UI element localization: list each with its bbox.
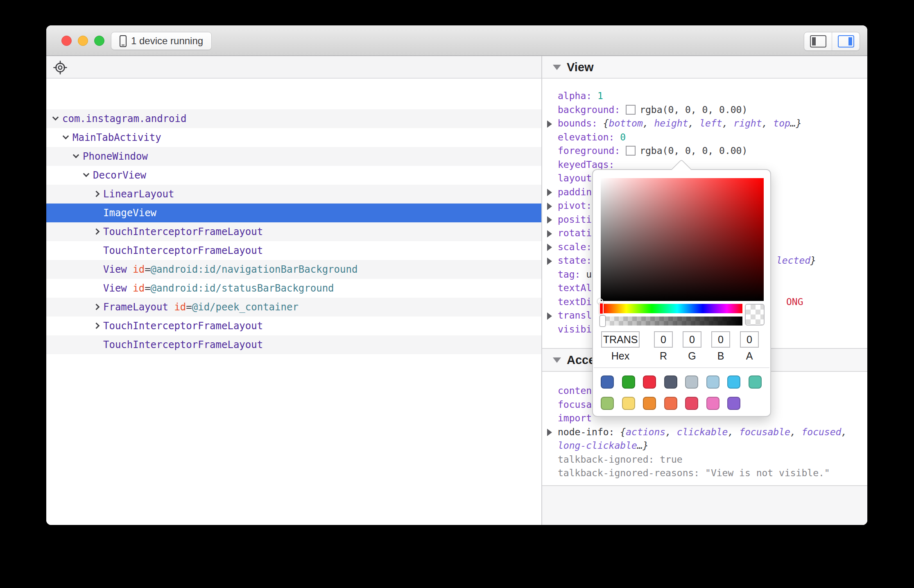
chevron-right-icon[interactable] (93, 323, 100, 329)
property-row[interactable]: node-info: {actions, clickable, focusabl… (542, 425, 867, 439)
property-text: 0 (620, 132, 626, 142)
palette-color-chip[interactable] (706, 397, 719, 410)
section-header-view[interactable]: View (542, 56, 867, 79)
palette-color-chip[interactable] (622, 375, 635, 389)
palette-color-chip[interactable] (601, 397, 614, 410)
disclosure-triangle-icon[interactable] (547, 244, 552, 251)
property-text: , (643, 118, 654, 129)
palette-color-chip[interactable] (727, 397, 740, 410)
section-disclosure-icon (553, 357, 561, 363)
id-attribute-value: @android:id/navigationBarBackground (151, 264, 358, 275)
blue-input[interactable]: 0 (711, 331, 730, 348)
palette-color-chip[interactable] (685, 375, 698, 389)
palette-color-chip[interactable] (749, 375, 762, 389)
chevron-right-icon[interactable] (93, 228, 100, 235)
palette-color-chip[interactable] (685, 397, 698, 410)
tree-item-TouchInterceptorFrameLayout[interactable]: TouchInterceptorFrameLayout (46, 335, 541, 354)
tree-item-label: View (103, 283, 127, 294)
property-text: layout (558, 173, 592, 183)
property-text: pivot: (558, 200, 592, 211)
chevron-down-icon[interactable] (83, 171, 90, 177)
tree-item-TouchInterceptorFrameLayout[interactable]: TouchInterceptorFrameLayout (46, 317, 541, 335)
left-sidebar-icon (810, 35, 826, 47)
id-equals: = (186, 301, 192, 313)
property-text: long-clickable (558, 440, 637, 451)
chevron-down-icon[interactable] (63, 133, 69, 140)
disclosure-triangle-icon[interactable] (547, 258, 552, 265)
color-swatch[interactable] (626, 105, 636, 115)
palette-color-chip[interactable] (622, 397, 635, 410)
target-crosshair-icon[interactable] (53, 60, 68, 75)
property-text: talkback-ignored-reasons: (558, 468, 705, 478)
property-text: { (620, 427, 626, 437)
property-text: , (841, 427, 847, 437)
palette-color-chip[interactable] (664, 375, 677, 389)
tree-item-com.instagram.android[interactable]: com.instagram.android (46, 109, 541, 128)
chevron-down-icon[interactable] (52, 114, 59, 121)
property-text: scale: (558, 242, 592, 252)
disclosure-triangle-icon[interactable] (547, 429, 552, 436)
property-row: talkback-ignored-reasons: "View is not v… (542, 466, 867, 480)
id-attribute-key: id (133, 264, 145, 275)
property-text: transl (558, 310, 592, 321)
disclosure-triangle-icon[interactable] (547, 312, 552, 320)
tree-item-TouchInterceptorFrameLayout[interactable]: TouchInterceptorFrameLayout (46, 222, 541, 241)
alpha-slider-handle[interactable] (600, 315, 606, 327)
chevron-right-icon[interactable] (93, 304, 100, 310)
palette-color-chip[interactable] (643, 375, 656, 389)
property-text: positi (558, 214, 592, 225)
property-text: left (699, 118, 722, 129)
tree-item-PhoneWindow[interactable]: PhoneWindow (46, 147, 541, 166)
property-text: conten (558, 385, 592, 396)
property-text: talkback-ignored: (558, 454, 660, 465)
disclosure-triangle-icon[interactable] (547, 230, 552, 237)
property-text: height (654, 118, 688, 129)
property-text: background: (558, 104, 626, 115)
tree-item-View[interactable]: View id=@android:id/statusBarBackground (46, 279, 541, 298)
id-attribute-value: @android:id/statusBarBackground (151, 283, 334, 294)
minimize-button[interactable] (78, 36, 88, 46)
disclosure-triangle-icon[interactable] (547, 216, 552, 224)
zoom-button[interactable] (94, 36, 104, 46)
tree-item-TouchInterceptorFrameLayout[interactable]: TouchInterceptorFrameLayout (46, 241, 541, 260)
green-input[interactable]: 0 (683, 331, 701, 348)
app-window: 1 device running (46, 25, 867, 525)
palette-color-chip[interactable] (643, 397, 656, 410)
hex-input[interactable]: TRANS (601, 331, 640, 348)
property-text: rgba(0, 0, 0, 0.00) (640, 145, 747, 156)
device-status-button[interactable]: 1 device running (111, 32, 212, 50)
chevron-down-icon[interactable] (73, 152, 79, 158)
close-button[interactable] (61, 36, 72, 46)
saturation-value-gradient[interactable] (601, 178, 764, 301)
hue-slider-handle[interactable] (599, 303, 604, 314)
disclosure-triangle-icon[interactable] (547, 189, 552, 196)
palette-color-chip[interactable] (601, 375, 614, 389)
property-text: textDi (558, 296, 592, 307)
chevron-right-icon[interactable] (93, 191, 100, 197)
tree-item-DecorView[interactable]: DecorView (46, 166, 541, 185)
tree-item-FrameLayout[interactable]: FrameLayout id=@id/peek_container (46, 298, 541, 317)
tree-item-MainTabActivity[interactable]: MainTabActivity (46, 128, 541, 147)
palette-color-chip[interactable] (706, 375, 719, 389)
tree-item-label: TouchInterceptorFrameLayout (103, 320, 263, 332)
palette-color-chip[interactable] (664, 397, 677, 410)
property-text: …} (790, 118, 802, 129)
palette-color-chip[interactable] (727, 375, 740, 389)
toggle-right-sidebar-button[interactable] (832, 32, 860, 50)
tree-item-View[interactable]: View id=@android:id/navigationBarBackgro… (46, 260, 541, 279)
titlebar: 1 device running (46, 25, 867, 56)
red-input[interactable]: 0 (654, 331, 673, 348)
hue-slider[interactable] (601, 304, 742, 313)
color-swatch[interactable] (626, 146, 636, 156)
alpha-slider[interactable] (601, 317, 742, 326)
tree-item-LinearLayout[interactable]: LinearLayout (46, 185, 541, 204)
property-row[interactable]: bounds: {bottom, height, left, right, to… (542, 117, 867, 130)
property-text: foreground: (558, 145, 626, 156)
property-text: } (810, 255, 816, 266)
disclosure-triangle-icon[interactable] (547, 120, 552, 128)
tree-item-ImageView[interactable]: ImageView (46, 204, 541, 222)
alpha-input[interactable]: 0 (740, 331, 759, 348)
disclosure-triangle-icon[interactable] (547, 203, 552, 210)
toggle-left-sidebar-button[interactable] (804, 32, 832, 50)
property-text: textAl (558, 283, 592, 293)
